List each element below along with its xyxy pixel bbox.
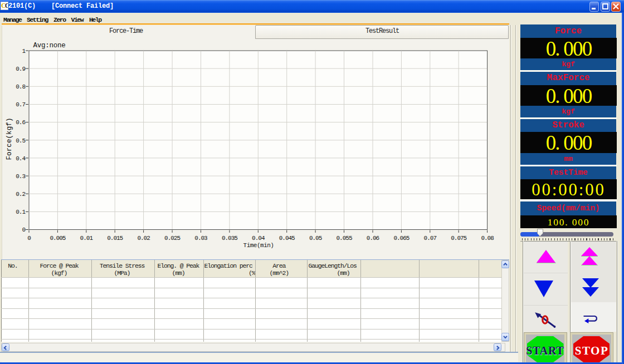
svg-text:0.005: 0.005 <box>50 235 65 242</box>
svg-text:0: 0 <box>22 227 25 233</box>
svg-text:0.06: 0.06 <box>367 235 379 242</box>
svg-text:0.08: 0.08 <box>481 235 494 242</box>
svg-text:0.8: 0.8 <box>16 83 25 90</box>
svg-text:0.05: 0.05 <box>309 235 322 242</box>
svg-text:0.01: 0.01 <box>80 235 94 242</box>
svg-text:0.025: 0.025 <box>164 235 180 242</box>
svg-text:0.4: 0.4 <box>16 155 26 162</box>
svg-text:0.9: 0.9 <box>16 66 25 72</box>
svg-text:0: 0 <box>27 235 31 242</box>
svg-text:1: 1 <box>22 48 26 55</box>
svg-text:0.055: 0.055 <box>336 235 352 242</box>
svg-text:0.03: 0.03 <box>194 235 207 242</box>
svg-text:0.2: 0.2 <box>16 191 25 198</box>
svg-text:0.02: 0.02 <box>137 235 150 242</box>
svg-text:0.015: 0.015 <box>107 235 123 242</box>
svg-text:Force(kgf): Force(kgf) <box>6 117 13 160</box>
svg-text:0.1: 0.1 <box>16 209 26 215</box>
svg-text:0.045: 0.045 <box>279 235 295 242</box>
svg-text:0.075: 0.075 <box>451 235 466 242</box>
svg-text:0.7: 0.7 <box>16 101 25 108</box>
svg-text:0.065: 0.065 <box>393 235 409 242</box>
svg-text:0.6: 0.6 <box>16 119 25 126</box>
svg-text:0.04: 0.04 <box>252 235 265 242</box>
svg-text:Time(min): Time(min) <box>243 242 274 249</box>
svg-text:0.035: 0.035 <box>222 235 237 242</box>
svg-text:Avg:none: Avg:none <box>33 42 66 50</box>
svg-text:0.3: 0.3 <box>16 173 25 180</box>
svg-text:0.07: 0.07 <box>424 235 437 242</box>
svg-text:0.5: 0.5 <box>16 137 25 144</box>
